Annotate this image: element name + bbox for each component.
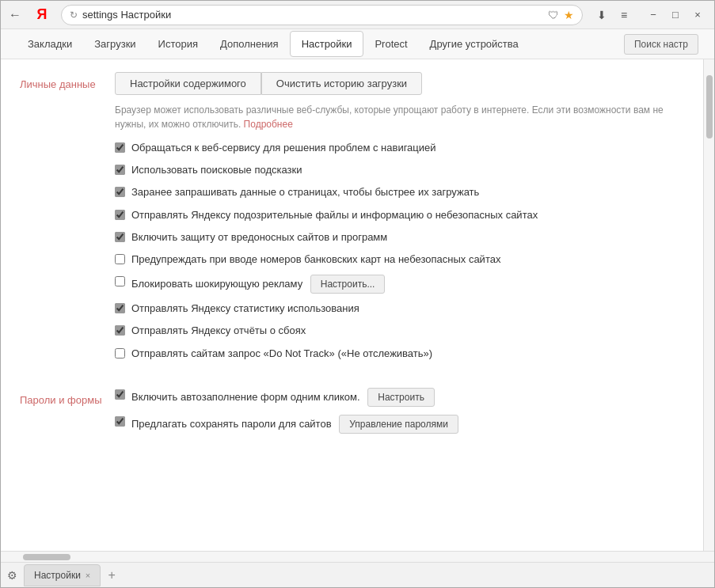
checkbox-dnt: Отправлять сайтам запрос «Do Not Track» … [115, 347, 684, 361]
checkbox-navigation-label[interactable]: Обращаться к веб-сервису для решения про… [131, 141, 436, 155]
checkbox-bank-cards: Предупреждать при вводе номеров банковск… [115, 252, 684, 267]
scrollbar-thumb[interactable] [706, 75, 713, 138]
checkbox-search-hints-input[interactable] [115, 165, 125, 175]
checkbox-search-hints-label[interactable]: Использовать поисковые подсказки [131, 163, 302, 177]
nav-item-history[interactable]: История [147, 32, 209, 56]
configure-ads-button[interactable]: Настроить... [310, 275, 386, 294]
window-controls: − □ × [643, 5, 708, 25]
bookmark-icon[interactable]: ★ [564, 9, 574, 21]
bottom-tab-close-button[interactable]: × [86, 571, 90, 580]
checkbox-crash-reports-label[interactable]: Отправлять Яндексу отчёты о сбоях [131, 324, 306, 338]
checkbox-navigation-input[interactable] [115, 142, 125, 153]
search-settings-button[interactable]: Поиск настр [624, 34, 698, 55]
section-title-passwords: Пароли и формы [20, 388, 115, 442]
close-button[interactable]: × [687, 5, 708, 25]
content-tabs-row: Настройки содержимого Очистить историю з… [115, 72, 684, 95]
main-area: Личные данные Настройки содержимого Очис… [1, 59, 714, 551]
titlebar-right: ⬇ ≡ [592, 6, 633, 25]
maximize-button[interactable]: □ [665, 5, 686, 25]
configure-autofill-button[interactable]: Настроить [367, 388, 435, 407]
new-tab-button[interactable]: + [101, 566, 123, 585]
address-bar[interactable]: ↻ settings Настройки 🛡 ★ [61, 5, 583, 25]
checkbox-malware-protection: Включить защиту от вредоносных сайтов и … [115, 230, 684, 245]
download-button[interactable]: ⬇ [592, 6, 611, 25]
manage-passwords-button[interactable]: Управление паролями [339, 415, 458, 434]
url-text: settings Настройки [82, 9, 543, 21]
checkbox-crash-reports-input[interactable] [115, 325, 125, 336]
description-link[interactable]: Подробнее [244, 119, 293, 130]
tab-content-settings[interactable]: Настройки содержимого [115, 72, 261, 95]
checkbox-malware-protection-input[interactable] [115, 232, 125, 242]
checkbox-autofill-label[interactable]: Включить автозаполнение форм одним клико… [131, 388, 435, 407]
scrollbar-h-thumb[interactable] [23, 554, 70, 560]
settings-gear-icon: ⚙ [7, 569, 17, 582]
section-body-personal: Настройки содержимого Очистить историю з… [115, 72, 684, 369]
checkbox-bank-cards-label[interactable]: Предупреждать при вводе номеров банковск… [131, 252, 500, 267]
navbar: Закладки Загрузки История Дополнения Нас… [1, 29, 714, 59]
checkbox-usage-stats-label[interactable]: Отправлять Яндексу статистику использова… [131, 302, 359, 316]
checkbox-block-ads: Блокировать шокирующую рекламу Настроить… [115, 275, 684, 294]
bottom-tabbar: ⚙ Настройки × + [1, 562, 714, 587]
personal-data-section: Личные данные Настройки содержимого Очис… [20, 72, 684, 369]
nav-item-bookmarks[interactable]: Закладки [17, 32, 83, 56]
protect-icon: 🛡 [548, 9, 559, 21]
checkbox-save-passwords-input[interactable] [115, 416, 125, 427]
checkbox-autofill-input[interactable] [115, 389, 125, 400]
checkbox-usage-stats: Отправлять Яндексу статистику использова… [115, 302, 684, 316]
nav-item-downloads[interactable]: Загрузки [83, 32, 146, 56]
passwords-section: Пароли и формы Включить автозаполнение ф… [20, 388, 684, 442]
titlebar: ← Я ↻ settings Настройки 🛡 ★ ⬇ ≡ − □ × [1, 1, 714, 29]
refresh-icon: ↻ [70, 9, 78, 21]
nav-item-other-devices[interactable]: Другие устройства [419, 32, 530, 56]
checkbox-usage-stats-input[interactable] [115, 303, 125, 313]
section-title-personal: Личные данные [20, 72, 115, 369]
section-body-passwords: Включить автозаполнение форм одним клико… [115, 388, 684, 442]
personal-description: Браузер может использовать различные веб… [115, 103, 684, 131]
checkbox-prefetch-input[interactable] [115, 187, 125, 197]
checkbox-dnt-input[interactable] [115, 348, 125, 358]
checkbox-save-passwords-label[interactable]: Предлагать сохранять пароли для сайтов У… [131, 415, 458, 434]
section-header-personal: Личные данные Настройки содержимого Очис… [20, 72, 684, 369]
nav-search: Поиск настр [624, 34, 698, 55]
bottom-tab-settings[interactable]: Настройки × [24, 564, 101, 586]
checkbox-dnt-label[interactable]: Отправлять сайтам запрос «Do Not Track» … [131, 347, 432, 361]
nav-item-settings[interactable]: Настройки [290, 31, 364, 57]
checkbox-bank-cards-input[interactable] [115, 254, 125, 264]
checkbox-block-ads-input[interactable] [115, 276, 125, 286]
nav-item-addons[interactable]: Дополнения [209, 32, 290, 56]
content: Личные данные Настройки содержимого Очис… [1, 59, 703, 551]
checkbox-navigation: Обращаться к веб-сервису для решения про… [115, 141, 684, 155]
menu-button[interactable]: ≡ [614, 6, 633, 25]
checkbox-block-ads-label[interactable]: Блокировать шокирующую рекламу Настроить… [131, 275, 385, 294]
tab-clear-history[interactable]: Очистить историю загрузки [261, 72, 422, 95]
yandex-logo: Я [29, 2, 55, 28]
checkbox-prefetch-label[interactable]: Заранее запрашивать данные о страницах, … [131, 185, 479, 199]
checkbox-save-passwords: Предлагать сохранять пароли для сайтов У… [115, 415, 684, 434]
checkbox-prefetch: Заранее запрашивать данные о страницах, … [115, 185, 684, 199]
checkbox-autofill: Включить автозаполнение форм одним клико… [115, 388, 684, 407]
nav-item-protect[interactable]: Protect [363, 32, 418, 56]
scrollbar-horizontal[interactable] [1, 551, 714, 562]
checkbox-malware-protection-label[interactable]: Включить защиту от вредоносных сайтов и … [131, 230, 387, 245]
minimize-button[interactable]: − [643, 5, 664, 25]
bottom-tab-label: Настройки [34, 570, 81, 581]
checkbox-suspicious-files-input[interactable] [115, 210, 125, 220]
back-button[interactable]: ← [7, 7, 23, 23]
scrollbar[interactable] [703, 59, 714, 551]
checkbox-suspicious-files: Отправлять Яндексу подозрительные файлы … [115, 208, 684, 222]
section-header-passwords: Пароли и формы Включить автозаполнение ф… [20, 388, 684, 442]
checkbox-search-hints: Использовать поисковые подсказки [115, 163, 684, 177]
checkbox-crash-reports: Отправлять Яндексу отчёты о сбоях [115, 324, 684, 338]
checkbox-suspicious-files-label[interactable]: Отправлять Яндексу подозрительные файлы … [131, 208, 538, 222]
